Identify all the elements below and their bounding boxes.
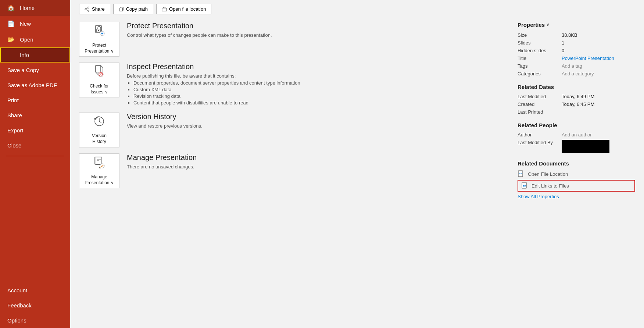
- related-people-header: Related People: [518, 122, 635, 128]
- properties-header[interactable]: Properties ∨: [518, 22, 635, 28]
- sidebar-item-home[interactable]: 🏠 Home: [0, 0, 70, 16]
- svg-point-0: [88, 7, 89, 8]
- svg-rect-5: [119, 8, 122, 11]
- check-issues-icon-label: Check forIssues ∨: [90, 83, 108, 95]
- inspect-text: Inspect Presentation Before publishing t…: [127, 63, 300, 107]
- sidebar-item-share[interactable]: Share: [0, 108, 70, 123]
- date-last-printed: Last Printed: [518, 109, 635, 115]
- prop-tags: Tags Add a tag: [518, 63, 635, 69]
- sidebar-bottom: Account Feedback Options: [0, 283, 70, 328]
- sidebar-item-export[interactable]: Export: [0, 123, 70, 138]
- html-file-icon: HTML: [518, 170, 525, 178]
- protect-button[interactable]: ProtectPresentation ∨: [79, 22, 119, 57]
- properties-chevron: ∨: [546, 22, 549, 27]
- protect-text: Protect Presentation Control what types …: [127, 22, 272, 39]
- manage-presentation-icon-label: ManagePresentation ∨: [85, 174, 114, 186]
- check-issues-button[interactable]: Check forIssues ∨: [79, 63, 119, 97]
- prop-title: Title PowerPoint Presentation: [518, 56, 635, 61]
- manage-text: Manage Presentation There are no unsaved…: [127, 153, 197, 171]
- version-text: Version History View and restore previou…: [127, 113, 203, 130]
- svg-point-1: [88, 10, 89, 11]
- person-author: Author Add an author: [518, 132, 635, 138]
- open-folder-icon: 📂: [7, 36, 15, 43]
- svg-point-9: [98, 30, 99, 31]
- home-icon: 🏠: [7, 4, 15, 11]
- sidebar-divider: [6, 156, 64, 156]
- sidebar-item-save-pdf[interactable]: Save as Adobe PDF: [0, 78, 70, 93]
- related-people-table: Author Add an author Last Modified By: [518, 132, 635, 153]
- link-file-icon: [521, 182, 529, 189]
- copy-path-button[interactable]: Copy path: [113, 4, 153, 14]
- svg-point-2: [85, 8, 86, 10]
- manage-presentation-button[interactable]: ManagePresentation ∨: [79, 153, 119, 188]
- version-history-icon: [93, 115, 105, 130]
- content-area: ProtectPresentation ∨ Protect Presentati…: [70, 18, 644, 328]
- edit-links-to-files-link[interactable]: Edit Links to Files: [518, 180, 635, 192]
- sidebar-item-save-copy[interactable]: Save a Copy: [0, 63, 70, 78]
- svg-rect-6: [162, 8, 167, 11]
- manage-presentation-icon: [93, 156, 106, 171]
- prop-slides: Slides 1: [518, 40, 635, 46]
- protect-icon-label: ProtectPresentation ∨: [85, 43, 114, 54]
- date-created: Created Today, 6:45 PM: [518, 101, 635, 107]
- svg-line-3: [86, 8, 88, 9]
- open-file-location-toolbar-button[interactable]: Open file location: [156, 4, 211, 14]
- sidebar: 🏠 Home 📄 New 📂 Open Info Save a Copy Sav…: [0, 0, 70, 328]
- sidebar-item-print[interactable]: Print: [0, 93, 70, 108]
- person-last-modified-by: Last Modified By: [518, 140, 635, 153]
- protect-section: ProtectPresentation ∨ Protect Presentati…: [79, 22, 503, 57]
- svg-line-4: [86, 9, 88, 10]
- show-all-properties-link[interactable]: Show All Properties: [518, 194, 635, 199]
- share-icon: [85, 7, 90, 12]
- manage-section: ManagePresentation ∨ Manage Presentation…: [79, 153, 503, 188]
- share-button[interactable]: Share: [79, 4, 110, 14]
- open-file-location-link[interactable]: HTML Open File Location: [518, 170, 635, 178]
- info-sections: ProtectPresentation ∨ Protect Presentati…: [79, 22, 503, 321]
- inspect-bullets: Document properties, document server pro…: [133, 80, 300, 106]
- properties-table: Size 38.8KB Slides 1 Hidden slides 0 Tit…: [518, 32, 635, 76]
- right-panel: Properties ∨ Size 38.8KB Slides 1 Hidden…: [518, 22, 635, 321]
- inspect-section: Check forIssues ∨ Inspect Presentation B…: [79, 63, 503, 107]
- copy-path-icon: [119, 7, 124, 12]
- check-issues-icon: [93, 65, 106, 81]
- sidebar-item-new[interactable]: 📄 New: [0, 16, 70, 32]
- sidebar-item-feedback[interactable]: Feedback: [0, 298, 70, 313]
- prop-categories: Categories Add a category: [518, 71, 635, 76]
- svg-text:HTML: HTML: [519, 172, 523, 175]
- sidebar-item-info[interactable]: Info: [0, 47, 70, 63]
- new-doc-icon: 📄: [7, 20, 15, 27]
- protect-icon: [93, 24, 106, 40]
- related-documents-list: HTML Open File Location Edit Links to Fi…: [518, 170, 635, 199]
- prop-hidden-slides: Hidden slides 0: [518, 48, 635, 53]
- open-file-location-icon: [162, 7, 167, 12]
- version-history-button[interactable]: VersionHistory: [79, 113, 119, 147]
- redacted-name: [562, 140, 609, 153]
- version-history-icon-label: VersionHistory: [92, 133, 107, 145]
- version-section: VersionHistory Version History View and …: [79, 113, 503, 147]
- related-dates-table: Last Modified Today, 6:49 PM Created Tod…: [518, 94, 635, 115]
- svg-rect-12: [96, 65, 101, 72]
- related-dates-header: Related Dates: [518, 84, 635, 90]
- sidebar-item-open[interactable]: 📂 Open: [0, 32, 70, 47]
- sidebar-item-account[interactable]: Account: [0, 283, 70, 298]
- sidebar-item-options[interactable]: Options: [0, 313, 70, 328]
- prop-size: Size 38.8KB: [518, 32, 635, 38]
- sidebar-item-close[interactable]: Close: [0, 138, 70, 153]
- date-last-modified: Last Modified Today, 6:49 PM: [518, 94, 635, 99]
- related-documents-header: Related Documents: [518, 160, 635, 167]
- toolbar: Share Copy path Open file location: [70, 0, 644, 18]
- main-content: Share Copy path Open file location: [70, 0, 644, 328]
